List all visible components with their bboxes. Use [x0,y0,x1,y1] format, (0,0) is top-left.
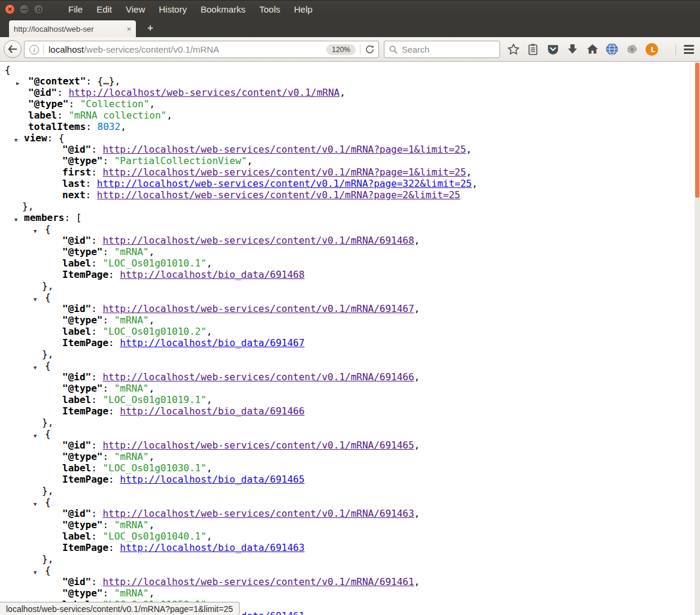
new-tab-button[interactable]: + [143,21,158,35]
json-line: }, [0,349,700,360]
menu-file[interactable]: File [68,4,83,14]
json-string-value: "LOC_Os01g01010.2" [102,326,206,337]
json-punctuation: , [149,314,155,326]
json-key: next [62,189,86,201]
clipboard-list-icon[interactable] [526,42,540,56]
menu-tools[interactable]: Tools [259,4,280,14]
json-url-link[interactable]: http://localhost/web-services/content/v0… [102,303,414,314]
url-text[interactable]: localhost/web-services/content/v0.1/mRNA [49,44,326,54]
scrollbar-track[interactable] [695,62,700,615]
json-punctuation: , [414,576,420,587]
json-url-link[interactable]: http://localhost/bio_data/691463 [120,542,304,553]
json-line: ▶"@context": {…}, [0,75,700,87]
window-buttons: ✕ — [5,4,44,14]
browser-tab[interactable]: http://localhost/web-ser × [8,20,137,37]
json-key: "@id" [62,440,91,451]
json-url-link[interactable]: http://localhost/web-services/content/v0… [68,87,340,98]
json-url-link[interactable]: http://localhost/web-services/content/v0… [102,576,414,587]
json-punctuation: : [91,326,102,337]
extension-1-icon[interactable] [625,42,639,56]
json-key: "@type" [62,519,102,531]
json-line: "@id": http://localhost/web-services/con… [0,303,700,314]
json-line: "@type": "mRNA", [0,383,700,394]
back-button[interactable] [4,40,22,58]
json-url-link[interactable]: http://localhost/web-services/content/v0… [102,166,466,178]
json-punctuation: { [45,496,51,508]
json-key: label [62,257,91,269]
menu-help[interactable]: Help [294,4,313,14]
window-close-button[interactable]: ✕ [5,4,15,14]
json-key: label [62,462,91,474]
window-minimize-button[interactable]: — [19,4,29,14]
json-key: totalItems [28,121,86,132]
json-url-link[interactable]: http://localhost/web-services/content/v0… [97,178,472,189]
json-line: "@type": "PartialCollectionView", [0,155,700,166]
json-string-value: "mRNA" [114,383,149,394]
json-line: }, [0,201,700,212]
toolbar-icons: L [506,40,659,58]
json-url-link[interactable]: http://localhost/web-services/content/v0… [102,508,414,519]
json-url-link[interactable]: http://localhost/web-services/content/v0… [102,144,466,155]
window-maximize-button[interactable] [34,4,44,14]
menu-bookmarks[interactable]: Bookmarks [201,4,246,14]
json-punctuation: : [108,474,120,485]
home-icon[interactable] [585,42,599,56]
json-key: view [24,132,47,144]
json-punctuation: : [102,314,114,326]
json-line: ▼{ [0,360,700,371]
json-key: label [62,326,91,337]
urlbar-divider [43,44,44,54]
url-bar[interactable]: i localhost/web-services/content/v0.1/mR… [24,41,379,58]
download-icon[interactable] [565,42,580,56]
json-url-link[interactable]: http://localhost/bio_data/691468 [120,269,304,280]
json-punctuation: , [149,451,155,462]
json-line: label: "LOC_Os01g01040.1", [0,531,700,542]
json-line: label: "mRNA collection", [0,110,700,121]
json-key: "@type" [62,451,102,462]
tab-close-icon[interactable]: × [126,25,131,34]
menubar: FileEditViewHistoryBookmarksToolsHelp [68,4,313,14]
json-line: ▼members: [ [0,212,700,223]
json-url-link[interactable]: http://localhost/web-services/content/v0… [102,235,414,246]
url-path: /web-services/content/v0.1/mRNA [84,44,219,54]
json-punctuation: , [472,178,478,189]
zoom-level-badge[interactable]: 120% [326,44,356,55]
json-punctuation: { [45,223,51,235]
search-input[interactable] [402,45,495,54]
json-line: "@id": http://localhost/web-services/con… [0,144,700,155]
reload-divider [360,44,360,55]
json-url-link[interactable]: http://localhost/web-services/content/v0… [102,371,414,383]
json-string-value: "mRNA" [114,451,149,462]
reload-button[interactable] [365,44,375,54]
json-punctuation: , [414,440,420,451]
json-line: label: "LOC_Os01g01010.2", [0,326,700,337]
globe-icon[interactable] [605,42,619,56]
json-key: ItemPage [62,269,108,280]
menu-hamburger-button[interactable] [680,42,697,56]
json-punctuation: , [149,519,155,531]
json-url-link[interactable]: http://localhost/bio_data/691466 [120,405,304,417]
json-line: ItemPage: http://localhost/bio_data/6914… [0,474,700,485]
menu-view[interactable]: View [126,4,145,14]
json-url-link[interactable]: http://localhost/web-services/content/v0… [97,189,460,201]
menu-history[interactable]: History [159,4,187,14]
json-string-value: "mRNA" [114,246,149,257]
navigation-toolbar: i localhost/web-services/content/v0.1/mR… [0,37,700,62]
json-line: "@id": http://localhost/web-services/con… [0,576,700,587]
json-url-link[interactable]: http://localhost/bio_data/691465 [120,474,304,485]
scrollbar-thumb[interactable] [695,63,699,198]
json-key: "@context" [28,75,86,87]
json-line: "@type": "mRNA", [0,314,700,326]
json-punctuation: : [91,235,102,246]
json-line: ▼{ [0,292,700,303]
json-url-link[interactable]: http://localhost/web-services/content/v0… [102,440,414,451]
pocket-icon[interactable] [546,42,560,56]
tab-bar: http://localhost/web-ser × + [0,18,700,37]
json-url-link[interactable]: http://localhost/bio_data/691467 [120,337,304,349]
menu-edit[interactable]: Edit [96,4,112,14]
bookmark-star-icon[interactable] [506,42,520,56]
extension-2-icon[interactable]: L [644,42,659,56]
search-box[interactable] [384,41,500,58]
page-info-icon[interactable]: i [29,45,39,54]
json-punctuation: : [86,178,97,189]
